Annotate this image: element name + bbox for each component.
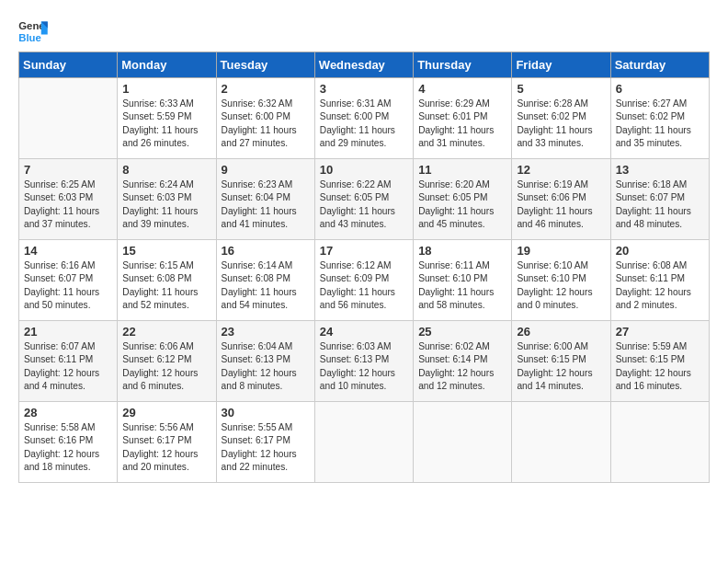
cell-content: Sunrise: 6:28 AMSunset: 6:02 PMDaylight:… <box>517 98 605 150</box>
calendar-header: SundayMondayTuesdayWednesdayThursdayFrid… <box>19 52 710 78</box>
cell-content: Sunrise: 6:25 AMSunset: 6:03 PMDaylight:… <box>24 178 112 231</box>
calendar-cell: 23Sunrise: 6:04 AMSunset: 6:13 PMDayligh… <box>216 321 314 402</box>
day-number: 5 <box>517 82 605 96</box>
day-of-week-header: Sunday <box>19 52 118 78</box>
day-number: 17 <box>320 244 408 258</box>
day-number: 10 <box>320 163 408 177</box>
day-of-week-header: Tuesday <box>216 52 314 78</box>
day-of-week-header: Monday <box>118 52 216 78</box>
calendar-cell: 25Sunrise: 6:02 AMSunset: 6:14 PMDayligh… <box>414 321 512 402</box>
calendar-cell: 6Sunrise: 6:27 AMSunset: 6:02 PMDaylight… <box>610 78 709 159</box>
cell-content: Sunrise: 5:58 AMSunset: 6:16 PMDaylight:… <box>24 421 112 474</box>
day-of-week-header: Friday <box>512 52 610 78</box>
day-number: 16 <box>222 244 310 258</box>
cell-content: Sunrise: 5:59 AMSunset: 6:15 PMDaylight:… <box>616 340 704 393</box>
calendar-cell: 1Sunrise: 6:33 AMSunset: 5:59 PMDaylight… <box>118 78 216 159</box>
calendar-cell: 4Sunrise: 6:29 AMSunset: 6:01 PMDaylight… <box>414 78 512 159</box>
calendar-cell: 21Sunrise: 6:07 AMSunset: 6:11 PMDayligh… <box>19 321 118 402</box>
svg-text:Blue: Blue <box>18 32 41 43</box>
day-number: 29 <box>122 406 210 419</box>
day-number: 11 <box>418 163 506 177</box>
calendar-cell: 22Sunrise: 6:06 AMSunset: 6:12 PMDayligh… <box>118 321 216 402</box>
calendar-cell <box>314 402 413 483</box>
cell-content: Sunrise: 6:02 AMSunset: 6:14 PMDaylight:… <box>418 340 506 393</box>
day-number: 27 <box>616 325 704 339</box>
calendar-cell: 14Sunrise: 6:16 AMSunset: 6:07 PMDayligh… <box>19 240 118 321</box>
day-number: 14 <box>24 244 112 258</box>
day-number: 1 <box>122 82 210 96</box>
calendar-table: SundayMondayTuesdayWednesdayThursdayFrid… <box>18 52 710 483</box>
day-number: 28 <box>24 406 112 419</box>
cell-content: Sunrise: 6:15 AMSunset: 6:08 PMDaylight:… <box>122 259 210 312</box>
calendar-cell: 7Sunrise: 6:25 AMSunset: 6:03 PMDaylight… <box>19 159 118 240</box>
calendar-cell: 20Sunrise: 6:08 AMSunset: 6:11 PMDayligh… <box>610 240 709 321</box>
page-header: General Blue <box>18 18 710 44</box>
calendar-cell: 28Sunrise: 5:58 AMSunset: 6:16 PMDayligh… <box>19 402 118 483</box>
calendar-cell: 26Sunrise: 6:00 AMSunset: 6:15 PMDayligh… <box>512 321 610 402</box>
day-number: 7 <box>24 163 112 177</box>
cell-content: Sunrise: 6:24 AMSunset: 6:03 PMDaylight:… <box>122 178 210 231</box>
day-number: 3 <box>320 82 408 96</box>
calendar-cell: 12Sunrise: 6:19 AMSunset: 6:06 PMDayligh… <box>512 159 610 240</box>
calendar-cell: 10Sunrise: 6:22 AMSunset: 6:05 PMDayligh… <box>314 159 413 240</box>
day-number: 15 <box>122 244 210 258</box>
day-number: 23 <box>222 325 310 339</box>
calendar-cell: 18Sunrise: 6:11 AMSunset: 6:10 PMDayligh… <box>414 240 512 321</box>
day-number: 12 <box>517 163 605 177</box>
day-number: 24 <box>320 325 408 339</box>
day-number: 21 <box>24 325 112 339</box>
calendar-cell: 30Sunrise: 5:55 AMSunset: 6:17 PMDayligh… <box>216 402 314 483</box>
logo-icon: General Blue <box>18 18 48 44</box>
cell-content: Sunrise: 6:22 AMSunset: 6:05 PMDaylight:… <box>320 178 408 231</box>
cell-content: Sunrise: 6:27 AMSunset: 6:02 PMDaylight:… <box>616 98 704 150</box>
logo: General Blue <box>18 18 50 44</box>
calendar-cell: 15Sunrise: 6:15 AMSunset: 6:08 PMDayligh… <box>118 240 216 321</box>
calendar-cell: 19Sunrise: 6:10 AMSunset: 6:10 PMDayligh… <box>512 240 610 321</box>
calendar-cell: 29Sunrise: 5:56 AMSunset: 6:17 PMDayligh… <box>118 402 216 483</box>
day-number: 8 <box>122 163 210 177</box>
calendar-cell: 8Sunrise: 6:24 AMSunset: 6:03 PMDaylight… <box>118 159 216 240</box>
cell-content: Sunrise: 5:56 AMSunset: 6:17 PMDaylight:… <box>122 421 210 474</box>
calendar-cell: 27Sunrise: 5:59 AMSunset: 6:15 PMDayligh… <box>610 321 709 402</box>
day-number: 25 <box>418 325 506 339</box>
calendar-cell <box>414 402 512 483</box>
calendar-cell: 5Sunrise: 6:28 AMSunset: 6:02 PMDaylight… <box>512 78 610 159</box>
cell-content: Sunrise: 6:29 AMSunset: 6:01 PMDaylight:… <box>418 98 506 150</box>
calendar-week-row: 14Sunrise: 6:16 AMSunset: 6:07 PMDayligh… <box>19 240 710 321</box>
calendar-cell: 17Sunrise: 6:12 AMSunset: 6:09 PMDayligh… <box>314 240 413 321</box>
cell-content: Sunrise: 6:11 AMSunset: 6:10 PMDaylight:… <box>418 259 506 312</box>
day-number: 6 <box>616 82 704 96</box>
day-number: 13 <box>616 163 704 177</box>
calendar-cell: 13Sunrise: 6:18 AMSunset: 6:07 PMDayligh… <box>610 159 709 240</box>
day-number: 4 <box>418 82 506 96</box>
cell-content: Sunrise: 6:19 AMSunset: 6:06 PMDaylight:… <box>517 178 605 231</box>
cell-content: Sunrise: 6:07 AMSunset: 6:11 PMDaylight:… <box>24 340 112 393</box>
cell-content: Sunrise: 6:23 AMSunset: 6:04 PMDaylight:… <box>222 178 310 231</box>
day-number: 9 <box>222 163 310 177</box>
cell-content: Sunrise: 6:31 AMSunset: 6:00 PMDaylight:… <box>320 98 408 150</box>
calendar-cell: 16Sunrise: 6:14 AMSunset: 6:08 PMDayligh… <box>216 240 314 321</box>
calendar-cell <box>610 402 709 483</box>
day-number: 20 <box>616 244 704 258</box>
day-number: 18 <box>418 244 506 258</box>
cell-content: Sunrise: 6:10 AMSunset: 6:10 PMDaylight:… <box>517 259 605 312</box>
cell-content: Sunrise: 6:04 AMSunset: 6:13 PMDaylight:… <box>222 340 310 393</box>
calendar-cell: 3Sunrise: 6:31 AMSunset: 6:00 PMDaylight… <box>314 78 413 159</box>
cell-content: Sunrise: 6:18 AMSunset: 6:07 PMDaylight:… <box>616 178 704 231</box>
cell-content: Sunrise: 6:20 AMSunset: 6:05 PMDaylight:… <box>418 178 506 231</box>
cell-content: Sunrise: 6:16 AMSunset: 6:07 PMDaylight:… <box>24 259 112 312</box>
cell-content: Sunrise: 6:03 AMSunset: 6:13 PMDaylight:… <box>320 340 408 393</box>
calendar-cell <box>512 402 610 483</box>
day-number: 22 <box>122 325 210 339</box>
calendar-cell <box>19 78 118 159</box>
day-of-week-header: Wednesday <box>314 52 413 78</box>
calendar-cell: 24Sunrise: 6:03 AMSunset: 6:13 PMDayligh… <box>314 321 413 402</box>
calendar-week-row: 21Sunrise: 6:07 AMSunset: 6:11 PMDayligh… <box>19 321 710 402</box>
cell-content: Sunrise: 6:32 AMSunset: 6:00 PMDaylight:… <box>222 98 310 150</box>
day-of-week-header: Saturday <box>610 52 709 78</box>
cell-content: Sunrise: 6:12 AMSunset: 6:09 PMDaylight:… <box>320 259 408 312</box>
day-of-week-header: Thursday <box>414 52 512 78</box>
day-number: 19 <box>517 244 605 258</box>
cell-content: Sunrise: 6:14 AMSunset: 6:08 PMDaylight:… <box>222 259 310 312</box>
calendar-cell: 9Sunrise: 6:23 AMSunset: 6:04 PMDaylight… <box>216 159 314 240</box>
